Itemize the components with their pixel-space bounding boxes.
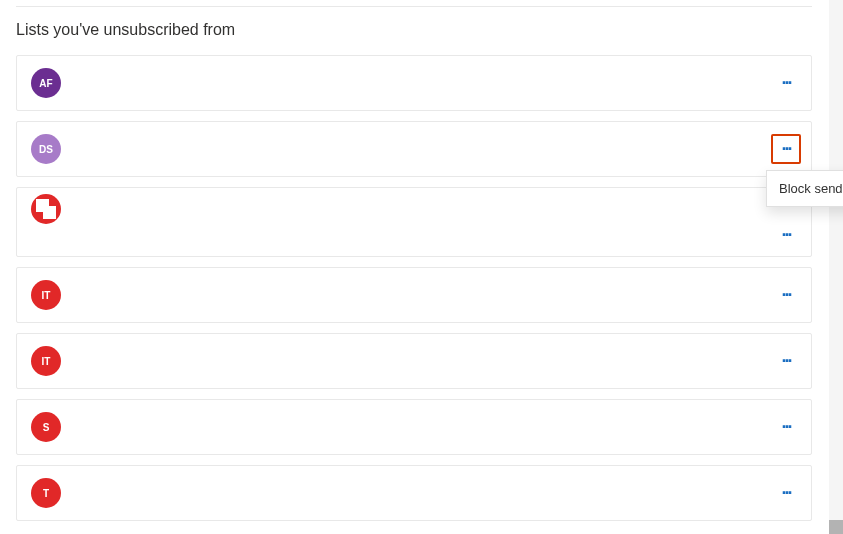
sender-row[interactable]: ··· [16,187,812,257]
avatar: T [31,478,61,508]
ellipsis-icon: ··· [781,418,790,436]
ellipsis-icon: ··· [781,286,790,304]
list-item: ··· [16,187,812,257]
list-item: AF··· [16,55,812,111]
more-actions-button[interactable]: ··· [771,220,801,250]
list-item: DS··· [16,121,812,177]
ellipsis-icon: ··· [781,74,790,92]
section-title: Lists you've unsubscribed from [16,21,812,39]
more-actions-button[interactable]: ··· [771,478,801,508]
list-item: IT··· [16,333,812,389]
ellipsis-icon: ··· [781,352,790,370]
avatar: AF [31,68,61,98]
more-actions-button[interactable]: ··· [771,280,801,310]
ellipsis-icon: ··· [781,226,790,244]
sender-row[interactable]: IT··· [16,333,812,389]
more-actions-button[interactable]: ··· [771,412,801,442]
unsubscribed-list: AF···DS······IT···IT···S···T··· [16,55,812,521]
sender-row[interactable]: IT··· [16,267,812,323]
flipboard-icon [31,194,61,224]
list-item: T··· [16,465,812,521]
sender-row[interactable]: DS··· [16,121,812,177]
more-actions-button[interactable]: ··· [771,346,801,376]
list-item: S··· [16,399,812,455]
divider [16,6,812,7]
context-menu: Block sender [766,170,843,207]
menu-item-block-sender[interactable]: Block sender [779,181,843,196]
scrollbar-thumb[interactable] [829,520,843,534]
sender-row[interactable]: AF··· [16,55,812,111]
sender-row[interactable]: S··· [16,399,812,455]
list-item: IT··· [16,267,812,323]
avatar: IT [31,280,61,310]
sender-row[interactable]: T··· [16,465,812,521]
more-actions-button[interactable]: ··· [771,68,801,98]
ellipsis-icon: ··· [781,484,790,502]
avatar: DS [31,134,61,164]
more-actions-button[interactable]: ··· [771,134,801,164]
avatar: IT [31,346,61,376]
ellipsis-icon: ··· [781,140,790,158]
scrollbar-track[interactable] [829,0,843,534]
avatar: S [31,412,61,442]
